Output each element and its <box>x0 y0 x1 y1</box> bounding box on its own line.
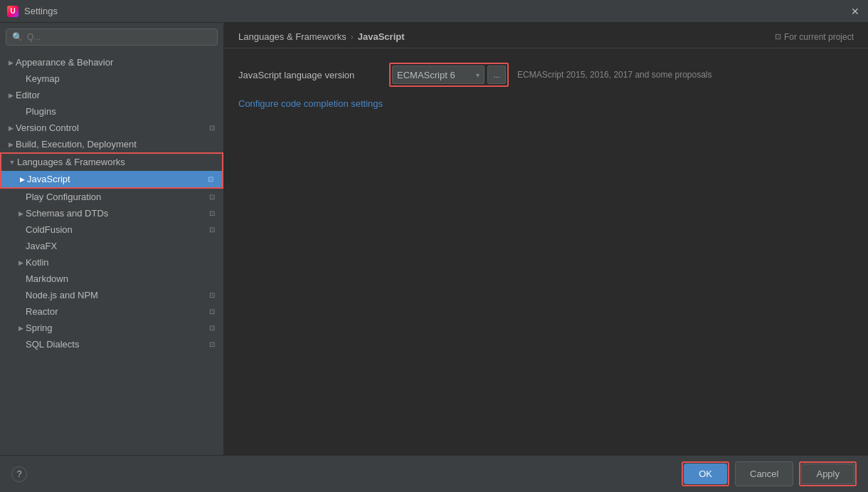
breadcrumb: Languages & Frameworks › JavaScript ⊡ Fo… <box>224 23 868 48</box>
sidebar-item-label: Appearance & Behavior <box>16 57 218 68</box>
help-button[interactable]: ? <box>11 466 27 482</box>
main-layout: 🔍 ▶ Appearance & Behavior ▶ Keymap ▶ Edi… <box>0 23 868 455</box>
ok-wrapper: OK <box>682 461 729 486</box>
arrow-icon: ▶ <box>16 258 26 268</box>
titlebar-left: U Settings <box>7 6 58 17</box>
content-body: JavaScript language version ECMAScript 6… <box>224 48 868 455</box>
sidebar-item-javafx[interactable]: ▶ JavaFX <box>0 238 223 254</box>
search-box[interactable]: 🔍 <box>6 28 218 46</box>
titlebar: U Settings ✕ <box>0 0 868 23</box>
settings-icon: ⊡ <box>206 340 218 349</box>
sidebar-item-spring[interactable]: ▶ Spring ⊡ <box>0 320 223 336</box>
breadcrumb-project: ⊡ For current project <box>775 32 854 42</box>
sidebar-item-label: JavaFX <box>26 241 218 251</box>
sidebar-item-label: Node.js and NPM <box>26 290 206 300</box>
search-icon: 🔍 <box>12 32 23 42</box>
sidebar-item-markdown[interactable]: ▶ Markdown <box>0 271 223 287</box>
bottom-bar: ? OK Cancel Apply <box>0 455 868 492</box>
arrow-icon: ▶ <box>6 123 16 133</box>
sidebar-item-label: JavaScript <box>27 174 205 184</box>
sidebar-item-label: Schemas and DTDs <box>26 208 206 219</box>
apply-wrapper: Apply <box>799 461 857 486</box>
project-icon: ⊡ <box>775 32 781 41</box>
breadcrumb-arrow: › <box>351 32 354 42</box>
sidebar-item-nodejs[interactable]: ▶ Node.js and NPM ⊡ <box>0 287 223 303</box>
settings-icon: ⊡ <box>206 291 218 300</box>
dropdown-arrow-icon: ▾ <box>476 71 480 79</box>
sidebar: 🔍 ▶ Appearance & Behavior ▶ Keymap ▶ Edi… <box>0 23 224 455</box>
ok-button[interactable]: OK <box>684 464 727 484</box>
sidebar-item-label: Version Control <box>16 122 206 133</box>
project-label: For current project <box>784 32 854 42</box>
cancel-button[interactable]: Cancel <box>735 461 793 486</box>
sidebar-item-label: ColdFusion <box>26 224 206 235</box>
sidebar-item-label: Editor <box>16 90 218 100</box>
sidebar-item-coldfusion[interactable]: ▶ ColdFusion ⊡ <box>0 221 223 238</box>
setting-label: JavaScript language version <box>238 70 381 80</box>
apply-button[interactable]: Apply <box>801 464 854 484</box>
breadcrumb-current: JavaScript <box>358 31 405 42</box>
arrow-icon: ▶ <box>16 323 26 333</box>
breadcrumb-parent: Languages & Frameworks <box>238 31 346 42</box>
sidebar-item-label: Kotlin <box>26 257 218 268</box>
arrow-icon: ▶ <box>6 90 16 100</box>
arrow-icon: ▼ <box>7 157 17 167</box>
settings-icon: ⊡ <box>206 209 218 218</box>
sidebar-item-reactor[interactable]: ▶ Reactor ⊡ <box>0 303 223 320</box>
sidebar-item-editor[interactable]: ▶ Editor <box>0 87 223 103</box>
titlebar-title: Settings <box>24 6 58 16</box>
language-dropdown[interactable]: ECMAScript 6 ▾ <box>392 66 485 84</box>
sidebar-item-play-config[interactable]: ▶ Play Configuration ⊡ <box>0 189 223 205</box>
sidebar-item-version-control[interactable]: ▶ Version Control ⊡ <box>0 120 223 136</box>
settings-icon: ⊡ <box>205 175 216 184</box>
close-button[interactable]: ✕ <box>850 6 861 17</box>
search-input[interactable] <box>27 32 211 42</box>
sidebar-item-label: Languages & Frameworks <box>17 157 216 167</box>
sidebar-item-javascript[interactable]: ▶ JavaScript ⊡ <box>1 171 222 187</box>
arrow-icon: ▶ <box>16 209 26 219</box>
setting-row-language: JavaScript language version ECMAScript 6… <box>238 63 854 87</box>
sidebar-item-label: Build, Execution, Deployment <box>16 139 218 150</box>
sidebar-item-label: Keymap <box>26 73 218 84</box>
dropdown-value: ECMAScript 6 <box>397 70 455 80</box>
nav-list: ▶ Appearance & Behavior ▶ Keymap ▶ Edito… <box>0 51 223 455</box>
arrow-icon: ▶ <box>6 58 16 68</box>
sidebar-item-kotlin[interactable]: ▶ Kotlin <box>0 254 223 271</box>
sidebar-item-languages[interactable]: ▼ Languages & Frameworks <box>1 154 222 171</box>
content-panel: Languages & Frameworks › JavaScript ⊡ Fo… <box>224 23 868 455</box>
settings-icon: ⊡ <box>206 124 218 132</box>
settings-icon: ⊡ <box>206 324 218 333</box>
arrow-icon: ▶ <box>6 140 16 150</box>
sidebar-item-build[interactable]: ▶ Build, Execution, Deployment <box>0 136 223 152</box>
setting-description: ECMAScript 2015, 2016, 2017 and some pro… <box>517 70 712 80</box>
sidebar-item-label: SQL Dialects <box>26 339 206 350</box>
arrow-icon: ▶ <box>17 174 27 184</box>
dropdown-wrapper: ECMAScript 6 ▾ ... <box>389 63 509 87</box>
bottom-buttons: OK Cancel Apply <box>682 461 857 486</box>
settings-icon: ⊡ <box>206 226 218 234</box>
sidebar-item-appearance[interactable]: ▶ Appearance & Behavior <box>0 54 223 70</box>
sidebar-item-sql-dialects[interactable]: ▶ SQL Dialects ⊡ <box>0 336 223 352</box>
config-link[interactable]: Configure code completion settings <box>238 98 383 109</box>
sidebar-item-label: Markdown <box>26 273 218 284</box>
ellipsis-button[interactable]: ... <box>487 66 506 84</box>
sidebar-item-schemas[interactable]: ▶ Schemas and DTDs ⊡ <box>0 205 223 221</box>
settings-icon: ⊡ <box>206 193 218 201</box>
sidebar-item-label: Play Configuration <box>26 192 206 202</box>
app-icon: U <box>7 6 18 17</box>
settings-icon: ⊡ <box>206 308 218 316</box>
sidebar-item-label: Reactor <box>26 306 206 317</box>
sidebar-item-plugins[interactable]: ▶ Plugins <box>0 103 223 120</box>
sidebar-item-label: Spring <box>26 323 206 333</box>
sidebar-item-keymap[interactable]: ▶ Keymap <box>0 70 223 87</box>
sidebar-item-label: Plugins <box>26 106 218 117</box>
